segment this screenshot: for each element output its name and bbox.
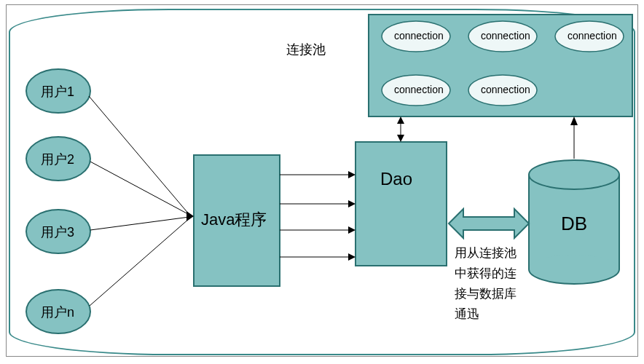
user-node-n [26,290,90,333]
svg-marker-8 [186,211,194,221]
dao-box [356,142,447,266]
svg-marker-10 [348,171,356,178]
arrows-java-to-dao [280,171,356,261]
pool-conn-4 [382,75,450,106]
svg-line-4 [89,96,189,215]
arrows-users-to-java [89,96,194,306]
svg-marker-19 [397,135,404,142]
user-node-3 [26,210,90,253]
pool-conn-1 [382,21,450,52]
svg-marker-21 [570,116,578,125]
diagram-svg [0,0,644,364]
svg-line-5 [90,162,189,215]
svg-marker-16 [348,253,356,261]
user-node-1 [26,69,90,113]
svg-line-6 [90,217,189,230]
pool-conn-3 [555,21,624,52]
svg-marker-18 [397,116,404,124]
arrow-db-pool [570,116,578,159]
arrow-dao-pool [397,116,404,142]
svg-line-7 [90,218,189,306]
svg-marker-14 [348,226,356,234]
java-box [194,155,280,286]
big-arrow-dao-db [449,209,529,238]
svg-marker-12 [348,200,356,207]
user-node-2 [26,137,90,181]
db-cylinder [529,160,619,284]
svg-marker-22 [449,209,529,238]
pool-conn-2 [468,21,537,52]
pool-conn-5 [468,75,537,106]
